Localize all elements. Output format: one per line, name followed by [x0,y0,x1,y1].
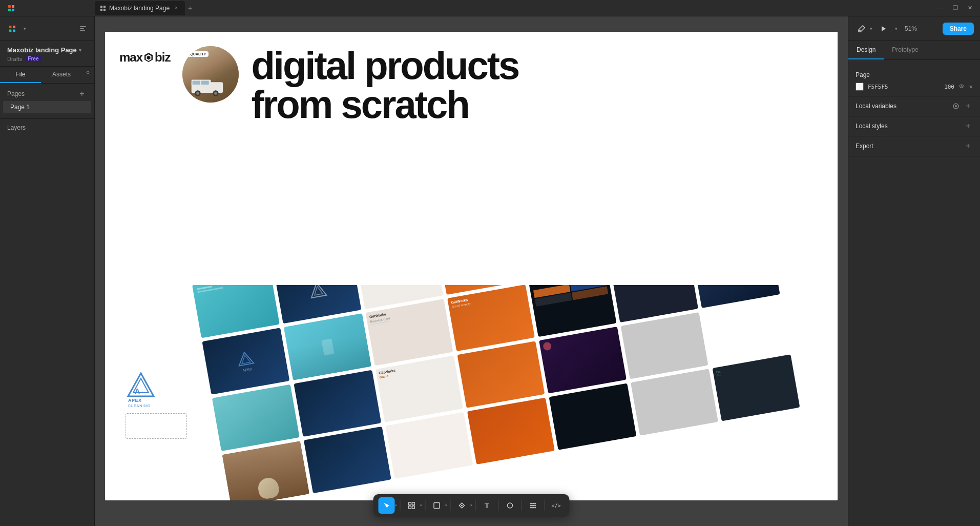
design-tabs: Design Prototype [848,41,980,60]
shape-tool-chevron[interactable]: ▾ [445,503,447,508]
active-tab[interactable]: Maxobiz landing Page × [95,1,185,15]
tab-title: Maxobiz landing Page [109,5,170,12]
sidebar-toggle-btn[interactable] [77,23,89,35]
svg-point-27 [214,92,217,95]
logo-icon [143,52,154,63]
card-teal-3 [212,385,300,451]
share-btn[interactable]: Share [943,23,974,35]
svg-text:A: A [135,387,140,395]
text-tool[interactable]: T [479,497,495,514]
search-btn[interactable] [82,67,94,79]
separator-6 [522,500,522,511]
restore-btn[interactable]: ❐ [949,2,962,14]
select-tool[interactable] [379,497,395,514]
style-tool-btn[interactable] [854,22,869,36]
pen-tool[interactable] [454,497,470,514]
present-chevron[interactable]: ▾ [895,26,898,31]
page-color-remove[interactable]: ✕ [969,84,973,90]
card-brown-1 [222,441,309,500]
local-styles-add[interactable]: + [964,122,973,131]
svg-point-44 [530,503,532,504]
local-variables-settings[interactable] [951,102,961,111]
right-sidebar: ▾ ▾ 51% Share Design Prototype Page [848,16,980,526]
main-menu-btn[interactable] [5,22,19,36]
tab-prototype[interactable]: Prototype [884,41,926,59]
export-title: Export [856,143,873,150]
frame-tool-chevron[interactable]: ▾ [420,503,422,508]
card-orange-4 [467,398,555,464]
local-variables-header[interactable]: Local variables + [856,102,973,111]
local-variables-add[interactable]: + [964,102,973,111]
page-color-row: F5F5F5 100 ✕ [856,83,973,91]
svg-point-49 [534,505,536,507]
layout-tool[interactable] [525,497,541,514]
tab-close-btn[interactable]: × [173,5,180,12]
card-dark-3 [549,383,637,450]
separator-4 [475,500,476,511]
card-navy-2: Ear... C... [713,354,800,421]
card-orange-2: GiltWorks Brand Identity [447,285,535,351]
nav-file[interactable]: File [0,67,41,83]
van-svg [189,72,233,97]
heading-line2: from scratch [251,83,468,126]
svg-point-46 [534,503,536,504]
select-tool-chevron[interactable]: ▾ [395,503,397,508]
add-page-btn[interactable]: + [77,89,87,99]
svg-rect-13 [80,28,84,29]
main-menu-chevron[interactable]: ▾ [24,26,26,31]
canvas-area[interactable]: max biz [95,16,848,526]
card-purple-1 [539,327,627,393]
present-btn[interactable] [877,22,891,36]
local-styles-header[interactable]: Local styles + [856,122,973,131]
separator-5 [498,500,499,511]
heading-line1: digital products [251,44,518,87]
right-toolbar: ▾ ▾ 51% Share [848,16,980,41]
local-styles-section: Local styles + [848,116,980,136]
svg-text:CLEANING: CLEANING [128,404,151,408]
page-item-1[interactable]: Page 1 [3,101,91,113]
minimize-btn[interactable]: — [935,2,947,14]
project-name[interactable]: Maxobiz landing Page ▾ [7,46,87,54]
page-section-header[interactable]: Page [856,71,973,78]
svg-point-45 [532,503,534,504]
close-btn[interactable]: ✕ [964,2,976,14]
pages-section: Pages + Page 1 [0,84,94,119]
left-sidebar: ▾ Maxobiz landing Page ▾ Drafts Free [0,16,95,526]
page-color-eye[interactable] [958,84,965,90]
layers-section-header: Layers [0,124,94,131]
code-tool[interactable]: </> [548,497,565,514]
logo-text2: biz [155,50,170,65]
apex-logo-area: A APEX CLEANING [126,368,187,439]
svg-rect-38 [412,502,415,505]
hero-heading: digital products from scratch [251,46,518,124]
page-color-swatch[interactable] [856,83,864,91]
svg-text:APEX: APEX [128,398,142,403]
card-cream-3: GiltWorks Brand [376,355,463,422]
frame-tool[interactable] [404,497,420,514]
svg-point-47 [530,505,532,507]
style-tool-chevron[interactable]: ▾ [870,26,872,31]
export-header[interactable]: Export + [856,141,973,151]
component-tool[interactable] [502,497,518,514]
svg-rect-1 [12,5,14,8]
figma-main-menu[interactable] [4,1,18,15]
svg-rect-12 [80,26,86,27]
left-toolbar: ▾ [0,16,94,41]
new-tab-btn[interactable]: + [185,3,195,13]
pen-tool-chevron[interactable]: ▾ [470,503,472,508]
card-gray-3 [631,369,718,435]
logo-text: max [119,50,142,65]
card-blue-5 [304,427,391,493]
svg-rect-3 [12,9,14,11]
separator-7 [545,500,545,511]
shape-tool[interactable] [429,497,445,514]
card-blue-2: APEX [202,328,289,394]
diagonal-cards: GiltWorks Logo Branding GiltWorks [192,285,800,500]
svg-point-50 [530,507,532,509]
nav-assets[interactable]: Assets [41,67,82,83]
tab-design[interactable]: Design [848,41,884,59]
logo: max biz [119,50,170,65]
export-add[interactable]: + [964,141,973,151]
svg-rect-4 [100,6,102,8]
page-color-opacity: 100 [944,84,954,90]
